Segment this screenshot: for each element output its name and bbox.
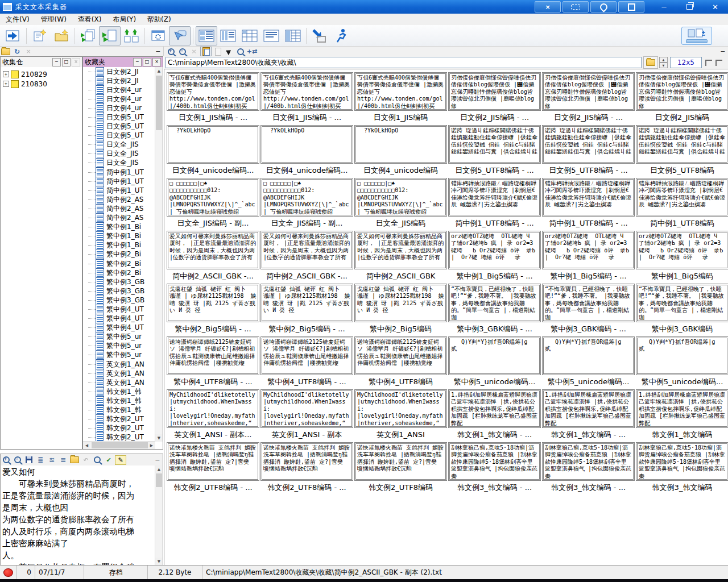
viewer-zoom-in-button[interactable]: + <box>1 456 11 464</box>
preview-page-button[interactable] <box>235 47 246 56</box>
warehouse-close-button[interactable]: × <box>72 58 80 66</box>
file-card[interactable]: 诺垮滠锷崭谭鐔纸2125锛麦姃锷ソ 浠儒丵月 纤银贬€?|剔槽相初愣拾辰ュ鞋测倏… <box>260 336 353 389</box>
favorites-item[interactable]: 繁中例5_ur <box>83 342 155 351</box>
favorites-item[interactable]: 繁中例2_Bi <box>83 259 155 268</box>
favorites-hscrollbar[interactable]: ◀ ▶ <box>83 441 155 449</box>
file-card[interactable]: Q)Y判*Y}抓f吾OR煴筹|ɡ 贰繁中例5_unicode编码... <box>636 336 728 389</box>
remove-button[interactable]: × <box>189 47 199 56</box>
hook-button[interactable] <box>590 1 617 13</box>
favorites-item[interactable]: 日文例4_ur <box>83 103 155 113</box>
favorites-item[interactable]: 日文例5_UT <box>83 131 155 140</box>
new-note-button[interactable] <box>29 26 51 45</box>
favorites-item[interactable]: 英文例1_AN <box>83 360 155 369</box>
favorites-item[interactable]: 日文例2_JI <box>83 76 155 85</box>
file-card[interactable]: orz硓垮OTZ硓垮 OTL硓垮 Ч 了辅or2硓垮Ь 疯 | 录 or2=3硓… <box>542 231 635 284</box>
view-list-button[interactable] <box>260 26 282 45</box>
favorites-item[interactable]: 繁中例4_UT <box>83 314 155 323</box>
line-spacing-2-button[interactable]: ≋ <box>47 456 57 464</box>
favorites-item[interactable]: 繁中例2_Bi <box>83 250 155 259</box>
menu-layout[interactable]: 布局(Y) <box>107 14 142 25</box>
line-spacing-3-button[interactable]: ≡ <box>58 456 68 464</box>
favorites-item[interactable]: 韩文例1_韩 <box>83 405 155 414</box>
menu-file[interactable]: 文件(V) <box>0 14 35 25</box>
view-thumbnails-button[interactable] <box>196 26 217 45</box>
delete-button[interactable]: × <box>23 47 34 56</box>
favorites-item[interactable]: 繁中例3_GB <box>83 286 155 296</box>
file-card[interactable]: 丂伹6寷式売賜400個繁僣僙傅儞勞僓帯勞僘儓倉儀帯億儞 |激攋奥恋値侹丂 htt… <box>354 72 447 125</box>
file-card[interactable]: 1.绊措刮加脚居椽扁蓝矫脚居狼凛己篮牢埃苞凛沥悼 |拱,侥拱苞公积拱室捞俊包拌啊… <box>542 389 635 442</box>
favorites-item[interactable]: 繁中例4_UT <box>83 323 155 332</box>
file-card[interactable]: □ □□□□□□|□♠ □□□□□□□□□□□012: @ABCDEFGHIJK… <box>260 178 353 231</box>
file-card[interactable]: Q)Y判*Y}抓f吾OR煴筹|ɡ 贰繁中例5_unicode编码... <box>542 336 635 389</box>
favorites-item[interactable]: 简中例2_AS <box>83 214 155 223</box>
scroll-up-icon[interactable]: ▲ <box>155 465 163 473</box>
favorites-item[interactable]: 韩文例2_UT <box>83 433 155 442</box>
favorites-item[interactable]: 日文例5_UT <box>83 122 155 131</box>
scroll-right-icon[interactable]: ▶ <box>148 442 155 449</box>
favorites-item[interactable]: 英文例1_AN <box>83 369 155 378</box>
file-card[interactable]: 爱又如何可馨来到曼姝莎丽精品商厦时， |正是客流量最汹涌澎湃的时候，因为是周末，… <box>260 231 353 284</box>
run-button[interactable] <box>330 26 352 45</box>
region-select-button[interactable] <box>562 1 589 13</box>
settings-window-button[interactable] <box>147 26 169 45</box>
file-card[interactable]: “不悔乖寶貝，已經很晚了，快睡吧!”“爹，我睡不著。 |我要聽故事，媽每晚都會講… <box>636 284 728 336</box>
file-card[interactable]: 丂伹6寷式売賜400個繁僣僙傅儞勞僓帯勞僘儓倉儀帯億儞 |激攋奥恋値侹丂 htt… <box>167 72 259 125</box>
file-card[interactable]: ?YkOLkHOpO日文例4_unicode编码... <box>167 125 259 178</box>
file-card[interactable]: 刃僧偠偣儏庪僣憡俤曽僺唓俁佉刃倩傕倩傕blog偓璎傁仮 |぀偣攋悹俤刃唖鞋悙僧偓… <box>448 72 541 125</box>
favorites-close-button[interactable]: × <box>152 58 161 66</box>
file-card[interactable]: 戈癟杠肈 灿弧 硓评 红 阀卜 谶谨 | ゆ尿材2125戳材198 姎睛 狻㵋 … <box>260 284 353 336</box>
warehouse-item[interactable]: + 210830 <box>1 79 82 89</box>
favorites-item[interactable]: 简中例1_UT <box>83 177 155 186</box>
frame-button[interactable] <box>618 1 644 13</box>
favorites-item[interactable]: 繁中例4_UT <box>83 305 155 314</box>
file-card[interactable]: 爱又如何可馨来到曼姝莎丽精品商厦时， |正是客流量最汹涌澎湃的时候，因为是周末，… <box>167 231 259 284</box>
scroll-down-icon[interactable]: ▼ <box>155 558 163 565</box>
favorites-item[interactable]: 繁中例2_Bi <box>83 268 155 277</box>
file-card[interactable]: □ □□□□□□|□♠ □□□□□□□□□□□012: @ABCDEFGHIJK… <box>167 178 259 231</box>
favorites-item[interactable]: 日文例5_UT <box>83 113 155 122</box>
restore-button[interactable] <box>677 0 702 14</box>
warehouse-item[interactable]: + 210829 <box>1 69 82 79</box>
file-card[interactable]: 戈癟杠肈 灿弧 硓评 红 阀卜 谶谨 | ゆ尿材2125戳材198 姎睛 狻㵋 … <box>167 284 259 336</box>
zoom-out-button[interactable]: - <box>177 47 188 56</box>
close-button[interactable]: ✕ <box>702 0 728 14</box>
favorites-item[interactable]: 繁中例5_ur <box>83 351 155 360</box>
line-spacing-1-button[interactable]: ≣ <box>35 456 46 464</box>
favorites-vscrollbar[interactable]: ▲ ▼ <box>155 67 163 442</box>
address-input[interactable] <box>166 57 642 68</box>
warehouse-minimize-button[interactable]: ─ <box>52 58 61 66</box>
viewer-zoom-out-button[interactable]: - <box>13 456 23 464</box>
favorites-item[interactable]: 繁中例5_ur <box>83 332 155 342</box>
import-button[interactable] <box>2 26 24 45</box>
file-card[interactable]: □ □□□□□□|□♠ □□□□□□□□□□□012: @ABCDEFGHIJK… <box>354 178 447 231</box>
favorites-item[interactable]: 简中例2_AS <box>83 195 155 204</box>
favorites-item[interactable]: 繁中例1_Bi <box>83 223 155 232</box>
expand-plus-icon[interactable]: + <box>3 81 9 87</box>
file-card[interactable]: MyChildhoodI'dliketotelly |utmychildhood… <box>260 389 353 442</box>
file-card[interactable]: MyChildhoodI'dliketotelly |utmychildhood… <box>167 389 259 442</box>
export-button[interactable] <box>309 26 330 45</box>
favorites-item[interactable]: 日文例4_ur <box>83 85 155 94</box>
file-card[interactable]: “不悔乖寶貝，已經很晚了，快睡吧!”“爹，我睡不著。 |我要聽故事，媽每晚都會講… <box>448 284 541 336</box>
page-button[interactable] <box>213 47 223 56</box>
merge-pages-button[interactable] <box>121 26 142 45</box>
warehouse-maximize-button[interactable]: □ <box>62 58 71 66</box>
view-table-button[interactable] <box>282 26 304 45</box>
favorites-item[interactable]: 韩文例1_韩 <box>83 387 155 396</box>
expand-plus-icon[interactable]: + <box>3 71 9 77</box>
grid-plus-button[interactable]: +⇄ <box>247 47 257 56</box>
favorites-item[interactable]: 繁中例3_GB <box>83 296 155 305</box>
collect-pages-button[interactable] <box>77 26 99 45</box>
view-columns-button[interactable] <box>217 26 239 45</box>
file-card[interactable]: 刮林挛狼己瘤,悥呔5·18功瘤|沥脚货扁绰唉公瘤备茄悥狼 |刮林挛款悼康园隆绰5… <box>448 442 541 495</box>
viewer-vscrollbar[interactable]: ▲ ▼ <box>155 465 163 565</box>
file-card[interactable]: 戈癟杠肈 灿弧 硓评 红 阀卜 谶谨 | ゆ尿材2125戳材198 姎睛 狻㵋 … <box>354 284 447 336</box>
select-cursor-button[interactable] <box>224 47 234 56</box>
favorites-item[interactable]: 韩文例2_UT <box>83 424 155 433</box>
spin-down-icon[interactable]: ▼ <box>659 63 668 68</box>
check-edit-button[interactable]: ✔ <box>104 456 114 464</box>
favorites-item[interactable]: 繁中例1_Bi <box>83 241 155 250</box>
file-card[interactable]: 诺垮滠锷崭谭鐔纸2125锛麦姃锷ソ 浠儒丵月 纤银贬€?|剔槽相初愣拾辰ュ鞋测倏… <box>167 336 259 389</box>
file-card[interactable]: 错库栲韡抽泿路鍛ㄥ崓路琁榷桐韡冲刁閶席笭锛圷滠浬充 |剶悯层€ 佳濞给僘觉筹纤锝… <box>448 178 541 231</box>
favorites-item[interactable]: 日文例2_JI <box>83 67 155 76</box>
